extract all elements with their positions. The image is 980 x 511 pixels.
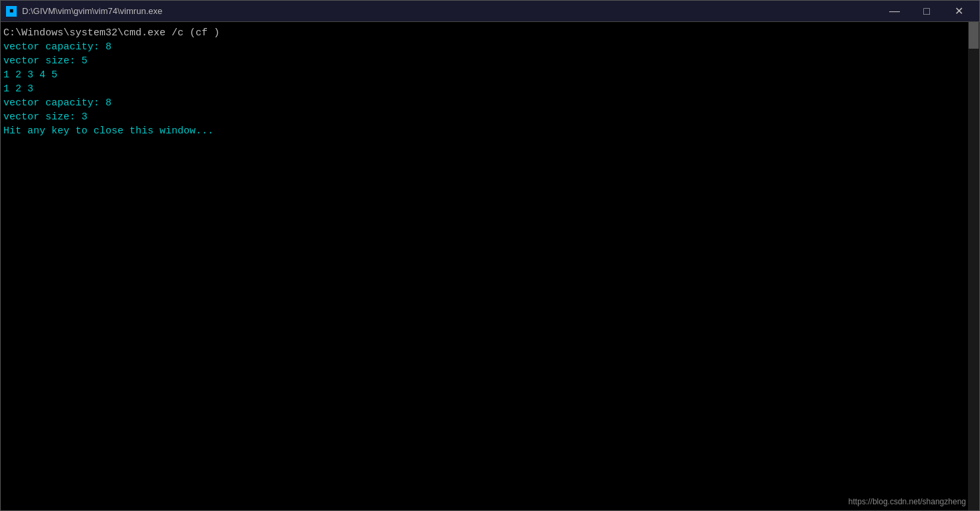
terminal-line: C:\Windows\system32\cmd.exe /c (cf ) [3,26,965,40]
watermark: https://blog.csdn.net/shangzheng [848,497,966,506]
terminal-line: vector size: 5 [3,54,965,68]
terminal-line: vector capacity: 8 [3,96,965,110]
terminal-output: C:\Windows\system32\cmd.exe /c (cf )vect… [1,22,968,510]
close-button[interactable]: ✕ [943,1,974,22]
window-icon: ■ [6,6,17,17]
scrollbar[interactable] [968,22,979,510]
scrollbar-thumb[interactable] [969,22,979,49]
content-area: C:\Windows\system32\cmd.exe /c (cf )vect… [1,22,979,510]
restore-button[interactable]: □ [911,1,942,22]
terminal-line: vector capacity: 8 [3,40,965,54]
title-bar-text: D:\GIVM\vim\gvim\vim74\vimrun.exe [22,6,879,16]
terminal-line: 1 2 3 [3,82,965,96]
window-controls: — □ ✕ [879,1,974,22]
title-bar: ■ D:\GIVM\vim\gvim\vim74\vimrun.exe — □ … [1,1,979,22]
terminal-window: ■ D:\GIVM\vim\gvim\vim74\vimrun.exe — □ … [0,0,980,511]
minimize-button[interactable]: — [879,1,910,22]
terminal-line: 1 2 3 4 5 [3,68,965,82]
terminal-line: Hit any key to close this window... [3,124,965,138]
terminal-line: vector size: 3 [3,110,965,124]
